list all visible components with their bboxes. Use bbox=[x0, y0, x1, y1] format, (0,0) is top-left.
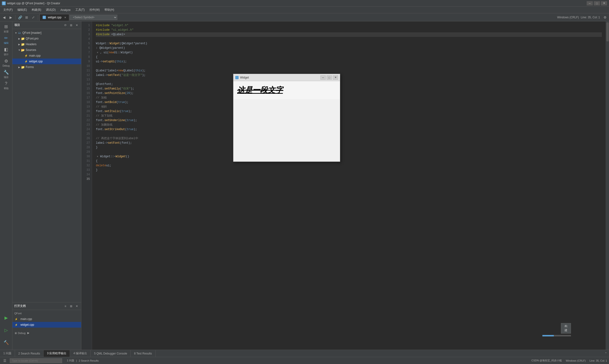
code-lines[interactable]: #include "widget.h" #include "ui_widget.… bbox=[92, 21, 606, 350]
split-button[interactable]: ⊞ bbox=[24, 14, 30, 20]
sidebar-item-build-hammer[interactable]: 🔨 bbox=[1, 337, 12, 348]
sidebar-item-help[interactable]: ? 帮助 bbox=[1, 80, 12, 91]
open-docs-title: 打开文档 bbox=[14, 304, 26, 308]
menu-controls[interactable]: 控件(W) bbox=[87, 7, 102, 13]
open-docs-sort[interactable]: ≡ bbox=[63, 304, 68, 309]
maximize-button[interactable]: □ bbox=[594, 1, 600, 5]
sidebar-item-run[interactable]: ▶ bbox=[1, 312, 12, 323]
open-file-name: widget.cpp bbox=[48, 16, 61, 19]
tree-item-widget-cpp[interactable]: ▶ ⚡ widget.cpp bbox=[12, 59, 81, 64]
minimize-button[interactable]: ─ bbox=[587, 1, 593, 5]
widget-minimize[interactable]: ─ bbox=[320, 75, 326, 80]
bottom-tab-app-output[interactable]: 3 应用程序输出 bbox=[43, 350, 70, 357]
headers-icon: 📁 bbox=[21, 42, 25, 46]
settings-button[interactable]: ⚙ bbox=[602, 14, 608, 20]
close-tab-icon[interactable]: ✕ bbox=[64, 16, 66, 19]
bottom-tab-problems[interactable]: 1 问题 bbox=[0, 350, 15, 357]
menu-build[interactable]: 构建(B) bbox=[29, 7, 43, 13]
widget-maximize[interactable]: □ bbox=[327, 75, 332, 80]
locate-input[interactable] bbox=[10, 358, 62, 363]
run-debug-icon: ▷ bbox=[4, 328, 8, 333]
bottom-tab-test[interactable]: 8 Test Results bbox=[130, 350, 155, 357]
open-docs-close[interactable]: ✕ bbox=[75, 304, 79, 309]
code-line-7: ▼ , ui(new Ui::Widget) bbox=[96, 51, 602, 55]
forward-button[interactable]: ▶ bbox=[8, 14, 14, 20]
sidebar-item-run-debug[interactable]: ▷ bbox=[1, 325, 12, 336]
close-button[interactable]: ✕ bbox=[601, 1, 607, 5]
open-doc-main[interactable]: ⚡ main.cpp bbox=[12, 316, 81, 322]
line-numbers: 12345 678910 1112131415 1617181920 21222… bbox=[81, 21, 92, 350]
back-button[interactable]: ◀ bbox=[1, 14, 7, 20]
debug-icon: ⚙ bbox=[4, 59, 8, 64]
code-line-21: // 加下划线 bbox=[96, 114, 602, 118]
status-separator-1: | bbox=[76, 359, 77, 362]
code-line-16: font.setPointSize(20); bbox=[96, 91, 602, 96]
project-icon: 🔧 bbox=[4, 70, 9, 75]
code-editor[interactable]: 12345 678910 1112131415 1617181920 21222… bbox=[81, 21, 609, 350]
close-panel-button[interactable]: ✕ bbox=[75, 23, 79, 28]
widget-close[interactable]: ✕ bbox=[333, 75, 338, 80]
sync-button[interactable]: ⟳ bbox=[63, 23, 68, 28]
tree-item-headers[interactable]: ▶ 📁 Headers bbox=[12, 41, 81, 47]
toolbar-separator-1 bbox=[15, 15, 15, 20]
open-doc-widget[interactable]: ⚡ widget.cpp bbox=[12, 322, 81, 328]
sidebar-item-design[interactable]: ◧ 设计 bbox=[1, 46, 12, 57]
code-line-11: QLabel* label = new QLabel(this); bbox=[96, 68, 602, 73]
forms-name: Forms bbox=[26, 65, 34, 69]
design-icon: ◧ bbox=[4, 47, 8, 52]
sidebar-toggle-button[interactable]: ☰ bbox=[2, 359, 8, 363]
title-bar-left: Q widget.cpp @ QFont [master] - Qt Creat… bbox=[2, 1, 60, 5]
code-line-23: // 加删除线 bbox=[96, 123, 602, 127]
sidebar-item-debug[interactable]: ⚙ Debug bbox=[1, 58, 12, 68]
open-docs-add[interactable]: ⊞ bbox=[69, 304, 74, 309]
widget-title-icon bbox=[235, 76, 239, 79]
menu-analyze[interactable]: Analyze bbox=[58, 7, 73, 13]
headers-arrow: ▶ bbox=[18, 43, 21, 46]
edit-icon: ✏ bbox=[4, 36, 8, 41]
panel-actions: ⟳ ⊞ ✕ bbox=[63, 23, 79, 28]
menu-debug[interactable]: 调试(D) bbox=[43, 7, 58, 13]
tree-item-forms[interactable]: ▶ 📁 Forms bbox=[12, 64, 81, 70]
title-bar: Q widget.cpp @ QFont [master] - Qt Creat… bbox=[0, 0, 609, 7]
sidebar-item-project[interactable]: 🔧 项目 bbox=[1, 69, 12, 79]
widget-preview-window[interactable]: Widget ─ □ ✕ 这是一段文字 bbox=[233, 74, 340, 162]
tree-item-project[interactable]: ▼ 🗂 QFont [master] bbox=[12, 30, 81, 36]
expand-button[interactable]: ⤢ bbox=[30, 14, 36, 20]
sidebar-item-welcome[interactable]: ⊞ 欢迎 bbox=[1, 23, 12, 34]
bottom-tab-qml[interactable]: 5 QML Debugger Console bbox=[91, 350, 130, 357]
expand-icon[interactable]: ⌃ bbox=[605, 352, 607, 355]
tree-item-main-cpp[interactable]: ▶ ⚡ main.cpp bbox=[12, 53, 81, 59]
tree-item-sources[interactable]: ▼ 📂 Sources bbox=[12, 47, 81, 53]
add-panel-button[interactable]: ⊞ bbox=[69, 23, 74, 28]
sidebar-item-edit[interactable]: ✏ 编辑 bbox=[1, 35, 12, 45]
main-cpp-icon: ⚡ bbox=[24, 54, 28, 58]
code-line-15: font.setFamily("仿宋"); bbox=[96, 87, 602, 91]
bottom-panels: 1 问题 2 Search Results 3 应用程序输出 4 编译输出 5 … bbox=[0, 350, 609, 357]
file-tree-title: 项目 bbox=[14, 23, 20, 27]
menu-file[interactable]: 文件(F) bbox=[1, 7, 15, 13]
open-docs-group-name: QFont bbox=[14, 312, 22, 315]
code-content: 12345 678910 1112131415 1617181920 21222… bbox=[81, 21, 609, 350]
sidebar-design-label: 设计 bbox=[4, 53, 9, 56]
tree-item-pro[interactable]: ▶ 📁 QFont.pro bbox=[12, 36, 81, 41]
welcome-icon: ⊞ bbox=[4, 24, 8, 29]
bottom-tab-compile[interactable]: 4 编译输出 bbox=[70, 350, 91, 357]
status-search-results: 2 Search Results bbox=[79, 359, 99, 362]
code-line-18: font.setBold(true); bbox=[96, 100, 602, 105]
code-line-1: #include "widget.h" bbox=[96, 23, 602, 28]
menu-tools[interactable]: 工具(T) bbox=[73, 7, 87, 13]
menu-help[interactable]: 帮助(H) bbox=[102, 7, 117, 13]
link-button[interactable]: 🔗 bbox=[17, 14, 23, 20]
build-button[interactable]: 构建 bbox=[561, 323, 571, 334]
widget-title: Widget bbox=[235, 76, 249, 79]
scrollbar-thumb[interactable] bbox=[606, 22, 609, 41]
open-file-tab[interactable]: C widget.cpp ✕ bbox=[39, 14, 69, 21]
code-line-31: { bbox=[96, 159, 602, 163]
bottom-tab-search[interactable]: 2 Search Results bbox=[15, 350, 43, 357]
editor-scrollbar[interactable] bbox=[606, 21, 609, 350]
symbol-selector[interactable]: <Select Symbol> bbox=[70, 15, 117, 20]
menu-edit[interactable]: 编辑(E) bbox=[15, 7, 29, 13]
widget-cpp-icon: ⚡ bbox=[24, 59, 28, 63]
main-cpp-open-icon: ⚡ bbox=[14, 317, 18, 321]
widget-titlebar: Widget ─ □ ✕ bbox=[233, 74, 340, 81]
